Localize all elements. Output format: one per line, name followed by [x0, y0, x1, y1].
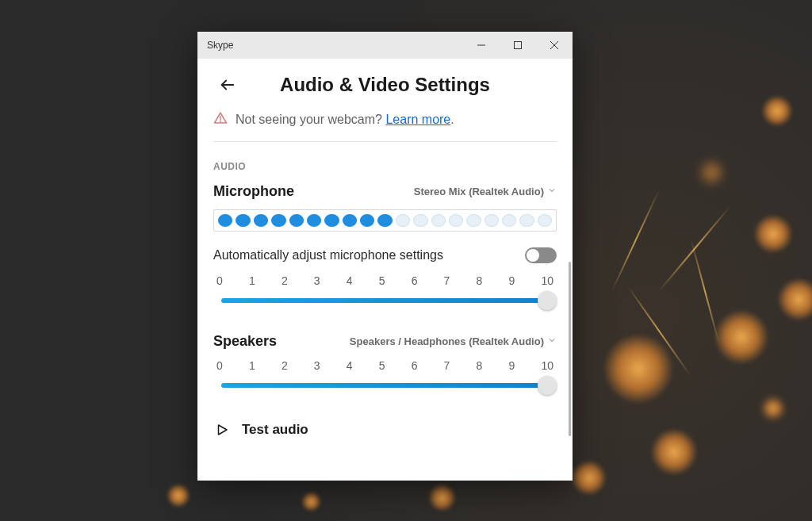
microphone-label: Microphone	[213, 183, 294, 200]
test-audio-label: Test audio	[242, 422, 308, 438]
level-dot	[431, 214, 446, 227]
speakers-device-select[interactable]: Speakers / Headphones (Realtek Audio)	[350, 335, 557, 347]
level-dot	[538, 214, 552, 227]
level-dot	[413, 214, 427, 227]
microphone-slider[interactable]	[213, 290, 557, 311]
level-dot	[502, 214, 516, 227]
scale-tick: 3	[314, 359, 320, 372]
scale-tick: 2	[282, 274, 288, 287]
audio-section-label: AUDIO	[213, 161, 557, 172]
level-dot	[324, 214, 339, 227]
warning-icon	[213, 111, 228, 128]
svg-marker-7	[219, 425, 228, 435]
scale-tick: 0	[216, 274, 223, 287]
chevron-down-icon	[547, 335, 557, 347]
scale-tick: 5	[379, 274, 385, 287]
webcam-prompt: Not seeing your webcam?	[236, 113, 385, 126]
divider	[213, 141, 557, 142]
scale-tick: 1	[249, 359, 255, 372]
level-dot	[449, 214, 463, 227]
speakers-slider[interactable]	[213, 375, 557, 396]
scale-tick: 0	[216, 359, 223, 372]
scale-tick: 6	[412, 274, 418, 287]
webcam-period: .	[450, 113, 454, 126]
auto-adjust-toggle[interactable]	[525, 247, 557, 263]
settings-content: Not seeing your webcam? Learn more. AUDI…	[197, 111, 573, 481]
scale-tick: 1	[249, 274, 255, 287]
scale-tick: 7	[444, 359, 450, 372]
webcam-warning-text: Not seeing your webcam? Learn more.	[236, 113, 454, 127]
scale-tick: 9	[508, 274, 515, 287]
level-dot	[218, 214, 232, 227]
microphone-level-meter	[213, 209, 557, 232]
skype-window: Skype Audio & Video Settings	[197, 32, 573, 481]
scale-tick: 7	[444, 274, 450, 287]
speakers-slider-scale: 012345678910	[213, 359, 557, 372]
close-button[interactable]	[536, 32, 573, 59]
speakers-device-name: Speakers / Headphones (Realtek Audio)	[350, 335, 544, 347]
scale-tick: 8	[477, 274, 483, 287]
speakers-label: Speakers	[213, 333, 277, 350]
play-icon	[213, 421, 231, 439]
back-button[interactable]	[215, 72, 240, 98]
scale-tick: 10	[541, 359, 553, 372]
level-dot	[271, 214, 285, 227]
scale-tick: 10	[541, 274, 553, 287]
level-dot	[343, 214, 357, 227]
maximize-button[interactable]	[500, 32, 536, 59]
level-dot	[360, 214, 374, 227]
level-dot	[377, 214, 392, 227]
page-title: Audio & Video Settings	[197, 74, 573, 96]
titlebar[interactable]: Skype	[197, 32, 573, 59]
scale-tick: 6	[412, 359, 418, 372]
scale-tick: 4	[347, 274, 353, 287]
speakers-row: Speakers Speakers / Headphones (Realtek …	[213, 333, 557, 350]
microphone-slider-thumb[interactable]	[538, 291, 557, 310]
svg-point-6	[220, 121, 221, 121]
minimize-button[interactable]	[463, 32, 500, 59]
level-dot	[485, 214, 499, 227]
scale-tick: 5	[379, 359, 385, 372]
microphone-slider-track	[221, 298, 549, 303]
level-dot	[254, 214, 268, 227]
microphone-device-name: Stereo Mix (Realtek Audio)	[414, 186, 544, 197]
window-title: Skype	[207, 40, 463, 51]
webcam-warning-row: Not seeing your webcam? Learn more.	[213, 111, 557, 141]
scale-tick: 2	[282, 359, 288, 372]
speakers-slider-track	[221, 383, 549, 388]
level-dot	[466, 214, 481, 227]
microphone-device-select[interactable]: Stereo Mix (Realtek Audio)	[414, 186, 557, 197]
level-dot	[519, 214, 534, 227]
speakers-slider-thumb[interactable]	[538, 376, 557, 395]
microphone-row: Microphone Stereo Mix (Realtek Audio)	[213, 183, 557, 200]
scale-tick: 4	[347, 359, 353, 372]
svg-rect-1	[515, 42, 522, 49]
test-audio-button[interactable]: Test audio	[213, 418, 557, 439]
scrollbar[interactable]	[569, 262, 571, 436]
scale-tick: 8	[477, 359, 483, 372]
level-dot	[396, 214, 410, 227]
level-dot	[236, 214, 250, 227]
level-dot	[289, 214, 304, 227]
chevron-down-icon	[547, 186, 557, 197]
auto-adjust-row: Automatically adjust microphone settings	[213, 247, 557, 263]
learn-more-link[interactable]: Learn more	[385, 113, 450, 126]
scale-tick: 3	[314, 274, 320, 287]
level-dot	[307, 214, 321, 227]
auto-adjust-label: Automatically adjust microphone settings	[213, 248, 443, 262]
scale-tick: 9	[508, 359, 515, 372]
microphone-slider-scale: 012345678910	[213, 274, 557, 287]
page-header: Audio & Video Settings	[197, 59, 573, 111]
